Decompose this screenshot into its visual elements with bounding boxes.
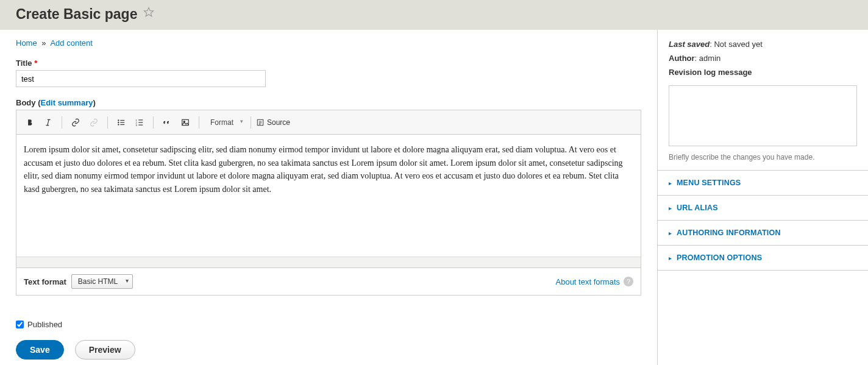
required-mark: * [34, 58, 37, 68]
breadcrumb: Home » Add content [16, 38, 641, 48]
editor-toolbar: 123 Format Source [16, 110, 641, 135]
sidebar-meta: Last saved: Not saved yet Author: admin … [658, 30, 868, 170]
sidebar: Last saved: Not saved yet Author: admin … [657, 30, 868, 365]
breadcrumb-add-content[interactable]: Add content [50, 38, 92, 48]
svg-rect-5 [120, 122, 124, 122]
author-value: admin [699, 54, 720, 63]
italic-icon[interactable] [40, 114, 57, 131]
chevron-right-icon: ▸ [669, 205, 672, 211]
text-format-label: Text format [24, 277, 66, 286]
breadcrumb-home[interactable]: Home [16, 38, 37, 48]
accordion-menu-settings[interactable]: ▸ MENU SETTINGS [658, 170, 868, 195]
title-input[interactable] [16, 70, 266, 87]
text-format-select[interactable]: Basic HTML [71, 274, 133, 289]
save-button[interactable]: Save [16, 340, 64, 360]
page-title: Create Basic page [16, 6, 137, 23]
editor-resize-handle[interactable] [16, 257, 641, 268]
author-label: Author [669, 54, 695, 63]
text-format-row: Text format Basic HTML About text format… [16, 268, 641, 296]
help-icon: ? [624, 277, 633, 286]
chevron-right-icon: ▸ [669, 255, 672, 261]
title-label: Title * [16, 58, 641, 68]
breadcrumb-separator: » [41, 38, 46, 48]
chevron-right-icon: ▸ [669, 230, 672, 236]
edit-summary-link[interactable]: Edit summary [40, 98, 93, 107]
blockquote-icon[interactable] [158, 114, 176, 131]
link-icon[interactable] [67, 114, 84, 131]
accordion-url-alias[interactable]: ▸ URL ALIAS [658, 195, 868, 220]
unlink-icon[interactable] [85, 114, 102, 131]
svg-rect-6 [120, 124, 124, 124]
last-saved-label: Last saved [669, 40, 710, 49]
published-row: Published [16, 320, 641, 329]
image-icon[interactable] [177, 114, 194, 131]
revision-help-text: Briefly describe the changes you have ma… [669, 153, 857, 161]
body-label: Body [16, 98, 36, 107]
published-checkbox[interactable] [16, 321, 24, 328]
svg-marker-0 [144, 8, 154, 16]
chevron-right-icon: ▸ [669, 180, 672, 186]
published-label: Published [27, 320, 62, 329]
svg-rect-10 [138, 119, 143, 120]
main-column: Home » Add content Title * Body (Edit su… [0, 30, 657, 365]
source-button[interactable]: Source [256, 118, 290, 127]
accordion-authoring-info[interactable]: ▸ AUTHORING INFORMATION [658, 220, 868, 245]
bullet-list-icon[interactable] [113, 114, 130, 131]
last-saved-value: Not saved yet [714, 40, 763, 49]
svg-text:3: 3 [136, 123, 138, 126]
svg-point-3 [118, 124, 119, 125]
toolbar-separator [62, 116, 62, 129]
accordion-promotion-options[interactable]: ▸ PROMOTION OPTIONS [658, 245, 868, 271]
svg-rect-13 [182, 119, 189, 125]
svg-point-2 [118, 121, 119, 122]
revision-log-label: Revision log message [669, 68, 752, 77]
about-text-formats-link[interactable]: About text formats ? [556, 277, 634, 286]
toolbar-separator [251, 116, 251, 129]
toolbar-separator [199, 116, 199, 129]
actions-row: Save Preview [16, 340, 641, 360]
preview-button[interactable]: Preview [75, 340, 135, 360]
toolbar-separator [153, 116, 154, 129]
format-dropdown[interactable]: Format [204, 116, 246, 129]
svg-rect-12 [138, 124, 143, 125]
svg-point-1 [118, 119, 119, 121]
revision-log-textarea[interactable] [669, 85, 857, 146]
svg-rect-11 [138, 122, 143, 122]
star-icon[interactable] [143, 7, 154, 18]
page-header: Create Basic page [0, 0, 868, 30]
bold-icon[interactable] [21, 114, 38, 131]
toolbar-separator [107, 116, 108, 129]
rich-text-editor: 123 Format Source Lorem ipsum dolor sit … [16, 110, 641, 268]
numbered-list-icon[interactable]: 123 [131, 114, 148, 131]
svg-rect-4 [120, 119, 124, 120]
editor-content[interactable]: Lorem ipsum dolor sit amet, consetetur s… [16, 135, 641, 257]
body-label-row: Body (Edit summary) [16, 98, 641, 107]
